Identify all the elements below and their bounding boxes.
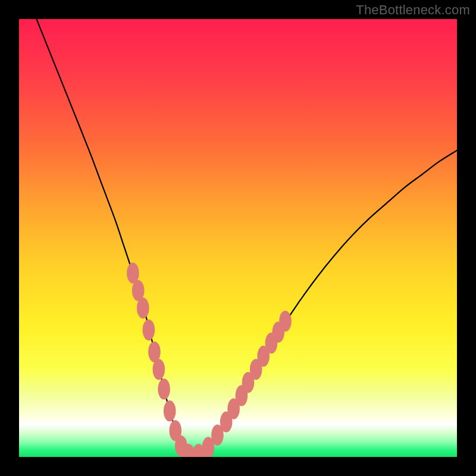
plot-area xyxy=(19,19,457,457)
marker-group xyxy=(127,262,292,457)
marker-point xyxy=(164,400,176,421)
marker-point xyxy=(143,320,155,340)
watermark-text: TheBottleneck.com xyxy=(356,2,470,18)
marker-point xyxy=(137,298,149,318)
chart-frame: TheBottleneck.com xyxy=(0,0,476,476)
marker-point xyxy=(152,359,165,380)
marker-point xyxy=(279,311,292,331)
marker-point xyxy=(158,378,170,399)
plot-svg xyxy=(19,19,457,457)
